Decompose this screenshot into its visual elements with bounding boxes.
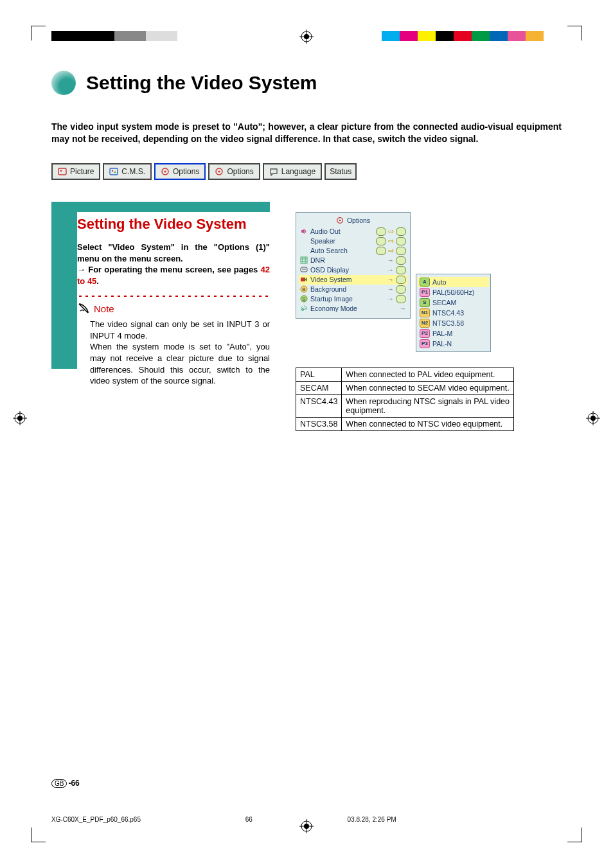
svg-point-29 <box>302 269 303 270</box>
osd-submenu-item: AAuto <box>418 277 489 287</box>
svg-point-15 <box>112 170 113 172</box>
section-top-bar <box>77 202 270 212</box>
instruction-line: Select "Video System" in the "Options (1… <box>77 242 270 263</box>
table-row: NTSC3.58When connected to NTSC video equ… <box>296 417 514 430</box>
svg-point-3 <box>304 34 309 39</box>
osd-submenu-item: N2NTSC3.58 <box>420 318 487 328</box>
osd-menu-item: Audio Out⇨ <box>300 227 406 236</box>
osd-item-indicator: → <box>400 305 407 312</box>
note-icon <box>77 302 90 315</box>
registration-mark-icon <box>586 411 600 428</box>
submenu-label: PAL(50/60Hz) <box>432 288 474 296</box>
submenu-badge: A <box>420 278 430 287</box>
svg-point-37 <box>301 308 303 310</box>
osd-submenu-item: P1PAL(50/60Hz) <box>420 287 487 297</box>
svg-point-30 <box>303 269 305 270</box>
submenu-label: Auto <box>432 278 447 286</box>
table-row: SECAMWhen connected to SECAM video equip… <box>296 381 514 394</box>
gb-badge: GB <box>51 779 67 788</box>
crop-mark <box>567 828 582 842</box>
table-cell-key: NTSC3.58 <box>296 417 342 430</box>
submenu-badge: P2 <box>420 329 430 338</box>
osd-item-label: Audio Out <box>310 227 341 235</box>
osd-item-label: OSD Display <box>310 266 349 274</box>
options-icon <box>336 217 344 224</box>
osd-item-label: DNR <box>310 256 325 264</box>
page-title: Setting the Video System <box>86 72 317 94</box>
tab-options-1: Options <box>154 163 206 180</box>
speaker-out-icon <box>300 227 308 235</box>
osd-submenu-item: SSECAM <box>420 297 487 308</box>
osd-options-panel: Options Audio Out⇨Speaker⇨Auto Search⇨DN… <box>296 212 411 319</box>
eco-icon <box>300 305 308 312</box>
instruction-line: For operating the menu screen, see pages <box>88 265 260 274</box>
video-icon <box>300 276 308 283</box>
tab-label: Language <box>281 167 315 176</box>
svg-rect-23 <box>301 257 307 263</box>
osd-submenu-item: P3PAL-N <box>420 339 487 349</box>
osd-item-label: Economy Mode <box>310 305 357 312</box>
svg-rect-12 <box>58 168 66 175</box>
section-bullet-icon <box>51 71 76 95</box>
osd-item-label: Startup Image <box>310 295 353 303</box>
crop-mark <box>31 26 46 40</box>
submenu-badge: N2 <box>420 319 430 328</box>
instruction-text: Select "Video System" in the "Options (1… <box>77 242 270 287</box>
s-icon: S <box>300 295 308 303</box>
table-row: PALWhen connected to PAL video equipment… <box>296 368 514 381</box>
options-icon <box>215 167 224 176</box>
osd-item-label: Video System <box>310 276 352 283</box>
osd-menu-item: Speaker⇨ <box>300 236 406 246</box>
video-system-table: PALWhen connected to PAL video equipment… <box>296 368 514 431</box>
osd-item-indicator: ⇨ <box>376 237 406 245</box>
doc-date: 03.8.28, 2:26 PM <box>348 816 562 823</box>
note-body: The video signal can only be set in INPU… <box>77 319 270 386</box>
picture-icon <box>58 167 67 176</box>
doc-page: 66 <box>245 816 348 823</box>
page-number-value: -66 <box>68 779 79 788</box>
osd-item-label: Background <box>310 285 346 293</box>
svg-point-20 <box>218 170 220 172</box>
osd-item-label: Auto Search <box>310 247 348 254</box>
screen-icon <box>300 266 308 274</box>
table-cell-value: When reproducing NTSC signals in PAL vid… <box>342 394 514 417</box>
osd-item-indicator: → <box>387 285 407 294</box>
osd-item-label: Speaker <box>310 237 335 245</box>
b-icon: B <box>300 285 308 293</box>
tab-status: Status <box>324 163 357 180</box>
tab-label: Options <box>173 167 199 176</box>
osd-menu-item: SStartup Image→ <box>300 294 406 304</box>
registration-mark-icon <box>13 411 27 428</box>
submenu-label: PAL-N <box>432 340 452 348</box>
osd-item-indicator: → <box>387 295 407 303</box>
osd-menu-item: Video System→ <box>299 275 407 285</box>
osd-menu-item: BBackground→ <box>300 285 406 294</box>
osd-item-indicator: → <box>387 276 407 284</box>
language-icon <box>269 167 278 176</box>
tab-label: C.M.S. <box>121 167 145 176</box>
osd-submenu-item: N1NTSC4.43 <box>420 308 487 318</box>
table-cell-value: When connected to NTSC video equipment. <box>342 417 514 430</box>
doc-filename: XG-C60X_E_PDF_p60_66.p65 <box>51 816 245 823</box>
tab-picture: Picture <box>51 163 100 180</box>
dotted-divider <box>77 294 270 298</box>
blank-icon <box>300 247 308 254</box>
svg-point-22 <box>339 219 341 221</box>
osd-menu-item: Economy Mode→ <box>300 304 406 313</box>
osd-item-indicator: → <box>387 256 407 265</box>
page-number: GB -66 <box>51 779 80 788</box>
section-subhead: Setting the Video System <box>77 216 270 233</box>
svg-point-31 <box>305 269 306 270</box>
registration-mark-icon <box>299 30 314 46</box>
registration-mark-icon <box>299 819 314 836</box>
svg-rect-32 <box>301 278 305 281</box>
svg-text:S: S <box>302 296 305 302</box>
intro-paragraph: The video input system mode is preset to… <box>51 121 562 145</box>
submenu-label: PAL-M <box>432 330 452 337</box>
options-icon <box>161 167 170 176</box>
svg-point-13 <box>60 170 62 172</box>
osd-item-indicator: ⇨ <box>376 227 406 236</box>
svg-rect-14 <box>110 168 118 175</box>
osd-menu-item: DNR→ <box>300 256 406 265</box>
svg-point-18 <box>164 170 166 172</box>
